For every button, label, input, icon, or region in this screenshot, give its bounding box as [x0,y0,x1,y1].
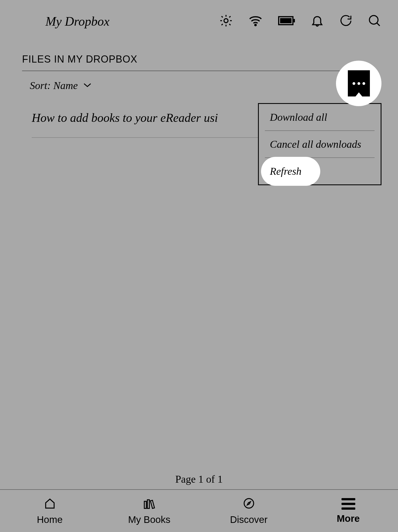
menu-refresh[interactable]: Refresh [259,158,381,184]
nav-more-label: More [337,513,360,524]
bookmark-more-icon [348,70,370,96]
page-indicator: Page 1 of 1 [175,473,223,485]
svg-point-17 [244,498,254,508]
nav-home-label: Home [37,514,63,525]
svg-line-4 [229,24,230,25]
books-icon [143,497,156,511]
svg-rect-15 [144,501,146,508]
section-title: FILES IN MY DROPBOX [22,53,376,65]
status-bar [219,14,381,29]
menu-download-all[interactable]: Download all [259,104,381,130]
sort-selector[interactable]: Sort: Name [30,79,78,92]
page-title: My Dropbox [45,14,109,29]
svg-point-9 [255,24,256,26]
more-options-button[interactable] [336,61,381,106]
bell-icon[interactable] [310,14,324,29]
svg-line-14 [377,23,380,26]
svg-marker-18 [247,502,251,505]
battery-icon [278,16,295,27]
context-menu: Download all Cancel all downloads Refres… [258,103,381,185]
wifi-icon[interactable] [248,15,263,28]
svg-rect-12 [294,19,295,22]
nav-more[interactable]: More [298,490,398,532]
nav-home[interactable]: Home [0,490,99,532]
nav-my-books-label: My Books [128,514,171,525]
search-icon[interactable] [368,14,381,29]
svg-rect-11 [280,18,291,23]
svg-point-13 [369,15,378,24]
svg-rect-16 [147,500,149,508]
svg-line-8 [229,16,230,17]
nav-my-books[interactable]: My Books [99,490,199,532]
brightness-icon[interactable] [219,14,233,29]
nav-discover-label: Discover [230,514,267,525]
svg-point-0 [224,19,228,23]
hamburger-icon [341,498,355,510]
chevron-down-icon[interactable] [83,82,92,89]
menu-cancel-all-downloads[interactable]: Cancel all downloads [259,131,381,157]
home-icon [44,497,56,511]
svg-line-7 [222,24,223,25]
compass-icon [243,497,255,511]
svg-line-3 [222,16,223,17]
bottom-navigation: Home My Books Discover More [0,489,398,532]
nav-discover[interactable]: Discover [199,490,298,532]
sync-icon[interactable] [339,14,353,28]
